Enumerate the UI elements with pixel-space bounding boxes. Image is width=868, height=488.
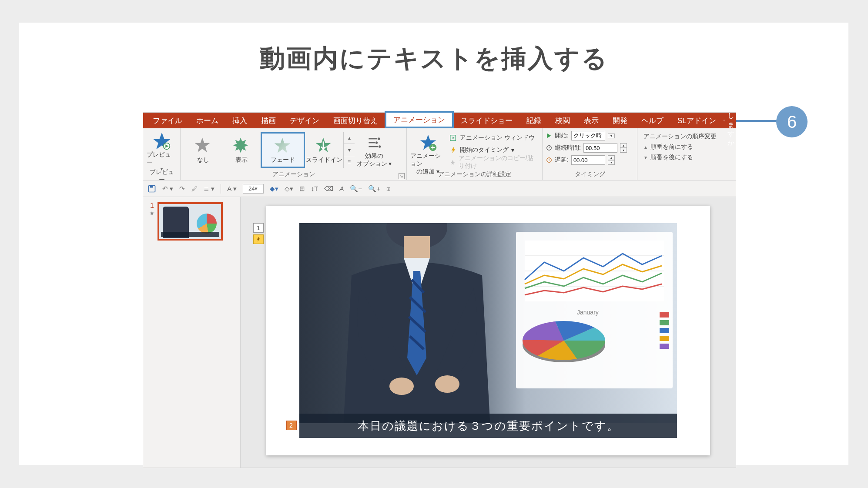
tab-developer[interactable]: 開発 [606, 113, 634, 128]
svg-point-12 [375, 141, 378, 144]
animation-painter-button[interactable]: アニメーションのコピー/貼り付け [448, 157, 539, 168]
tab-design[interactable]: デザイン [283, 113, 326, 128]
slide-number-1: 1 [150, 202, 154, 209]
svg-marker-5 [195, 137, 210, 152]
tab-animations[interactable]: アニメーション [385, 111, 454, 128]
animation-tag-1[interactable]: 1 [253, 223, 264, 233]
tab-view[interactable]: 表示 [577, 113, 606, 128]
animation-pane-button[interactable]: アニメーション ウィンドウ [448, 132, 539, 144]
ruler-icon[interactable]: ↕T [311, 185, 318, 192]
svg-marker-21 [547, 134, 551, 138]
svg-marker-26 [257, 237, 260, 241]
group-advanced-label: アニメーションの詳細設定 [410, 170, 539, 179]
svg-point-33 [389, 378, 414, 395]
start-spinner[interactable]: ▾ [608, 134, 615, 138]
pane-icon [449, 134, 457, 142]
tab-draw[interactable]: 描画 [254, 113, 283, 128]
presentation-screen: January [516, 232, 673, 388]
ribbon-body: プレビュー ▾ プレビュー なし 表示 [143, 128, 736, 180]
lightning-icon [449, 146, 457, 154]
group-reorder: アニメーションの順序変更 ▲順番を前にする ▼順番を後にする [637, 128, 736, 180]
animation-tag-2[interactable]: 2 [286, 421, 297, 430]
group-animation: なし 表示 フェード スライドイン [181, 128, 407, 180]
tab-help[interactable]: ヘルプ [634, 113, 670, 128]
redo-icon[interactable]: ↷ [179, 185, 185, 193]
gallery-expand[interactable]: ▴▾≡ [343, 132, 355, 168]
tab-file[interactable]: ファイル [146, 113, 189, 128]
effect-options-button[interactable]: 効果の オプション ▾ [356, 131, 392, 169]
svg-marker-19 [451, 147, 455, 153]
zoom-out-icon[interactable]: 🔍− [350, 185, 362, 193]
group-timing-label: タイミング [546, 170, 633, 179]
caption-text-box[interactable]: 2 本日の議題における３つの重要ポイントです。 [299, 414, 677, 438]
align-icon[interactable]: ⊞ [299, 185, 305, 193]
ribbon-tab-bar: ファイル ホーム 挿入 描画 デザイン 画面切り替え アニメーション スライドシ… [143, 113, 736, 128]
qat-brush-icon[interactable]: 🖌 [191, 185, 198, 192]
slide-thumbnail-1[interactable] [158, 202, 223, 241]
preview-button[interactable]: プレビュー ▾ [147, 130, 177, 167]
preview-star-icon [152, 132, 171, 151]
tab-review[interactable]: 校閲 [548, 113, 577, 128]
duration-input[interactable] [583, 143, 617, 153]
add-animation-icon [419, 133, 438, 152]
anim-none[interactable]: なし [184, 132, 222, 168]
tab-insert[interactable]: 挿入 [225, 113, 254, 128]
duration-spinner[interactable]: ▴▾ [620, 143, 627, 153]
delay-input[interactable] [571, 155, 605, 165]
tab-record[interactable]: 記録 [519, 113, 548, 128]
svg-rect-42 [660, 320, 669, 325]
qat-overflow[interactable]: ⧆ [386, 185, 391, 193]
outline-icon[interactable]: ◇▾ [285, 185, 293, 193]
tell-me-search[interactable]: 何をしますか [723, 93, 746, 148]
presenter-figure [325, 223, 508, 423]
svg-rect-25 [150, 185, 153, 187]
group-timing: 開始: ▾ 継続時間: ▴▾ 遅延: ▴▾ [543, 128, 637, 180]
delay-spinner[interactable]: ▴▾ [608, 155, 615, 165]
group-advanced: アニメーション の追加 ▾ アニメーション ウィンドウ 開始のタイミング ▾ [407, 128, 543, 180]
slide-1[interactable]: 1 [266, 206, 710, 455]
animation-group-launcher[interactable]: ↘ [399, 173, 405, 179]
font-letter: A ▾ [227, 185, 236, 193]
add-animation-button[interactable]: アニメーション の追加 ▾ [410, 131, 446, 169]
move-later-button[interactable]: ▼順番を後にする [641, 153, 696, 162]
duration-field: 継続時間: ▴▾ [546, 142, 627, 154]
svg-rect-41 [660, 312, 669, 318]
text-a-icon[interactable]: A [339, 185, 344, 192]
start-input[interactable] [571, 131, 605, 140]
zoom-in-icon[interactable]: 🔍+ [368, 185, 380, 193]
undo-icon[interactable]: ↶ ▾ [162, 185, 173, 193]
quick-access-toolbar: ↶ ▾ ↷ 🖌 ≣ ▾ A ▾ 24 ▾ ◆▾ ◇▾ ⊞ ↕T ⌫ A 🔍− 🔍… [143, 180, 736, 197]
anim-fly-in[interactable]: スライドイン [305, 132, 343, 168]
tab-sl-addin[interactable]: SLアドイン [670, 113, 723, 128]
svg-point-0 [724, 120, 724, 120]
clock-icon [546, 145, 552, 151]
tab-home[interactable]: ホーム [189, 113, 225, 128]
group-preview: プレビュー ▾ プレビュー [143, 128, 181, 180]
powerpoint-window: ファイル ホーム 挿入 描画 デザイン 画面切り替え アニメーション スライドシ… [143, 112, 736, 468]
anim-appear[interactable]: 表示 [222, 132, 261, 168]
font-size-input[interactable]: 24 ▾ [243, 184, 264, 194]
group-animation-label: アニメーション [184, 170, 403, 179]
svg-text:January: January [577, 309, 599, 316]
move-earlier-button[interactable]: ▲順番を前にする [641, 142, 696, 152]
svg-marker-6 [233, 137, 248, 153]
page-title: 動画内にテキストを挿入する [19, 23, 848, 76]
slide-canvas-area[interactable]: 1 [241, 197, 736, 468]
svg-point-14 [379, 145, 381, 147]
anim-fade[interactable]: フェード [261, 132, 305, 168]
delay-field: 遅延: ▴▾ [546, 154, 615, 166]
qat-list-icon[interactable]: ≣ ▾ [204, 185, 214, 193]
tab-slideshow[interactable]: スライドショー [454, 113, 519, 128]
animation-gallery: なし 表示 フェード スライドイン [184, 132, 355, 168]
animation-tag-lightning[interactable] [253, 234, 264, 244]
animation-indicator-icon: ★ [149, 210, 155, 216]
callout-number-6: 6 [776, 106, 808, 137]
svg-rect-45 [660, 344, 669, 349]
fill-icon[interactable]: ◆▾ [270, 185, 278, 193]
tab-transitions[interactable]: 画面切り替え [326, 113, 385, 128]
slide-thumbnail-panel: 1 ★ [143, 197, 241, 468]
eraser-icon[interactable]: ⌫ [324, 185, 333, 193]
save-icon[interactable] [147, 184, 156, 193]
reorder-header: アニメーションの順序変更 [641, 132, 719, 141]
video-placeholder[interactable]: January [299, 223, 677, 423]
